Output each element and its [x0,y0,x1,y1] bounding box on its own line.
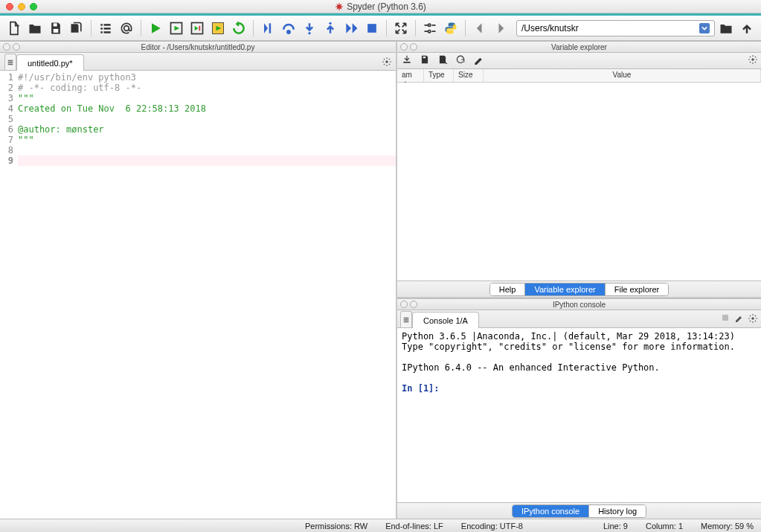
tab-variable-explorer[interactable]: Variable explorer [525,283,605,295]
editor-pane-title: Editor - /Users/knutskr/untitled0.py [141,43,255,51]
pane-close-icon[interactable] [3,43,10,51]
tab-history-log[interactable]: History log [589,505,646,517]
status-encoding: Encoding: UTF-8 [461,522,523,531]
main-toolbar: /Users/knutskr [0,16,761,41]
editor-options-icon[interactable] [381,56,393,68]
var-table-body[interactable] [397,83,761,281]
editor-tab-row: untitled0.py* [0,53,396,71]
python-path-button[interactable] [441,19,460,38]
file-list-icon[interactable] [4,54,16,70]
svg-point-9 [124,25,129,31]
console-tab-row: Console 1/A [397,310,761,328]
step-into-button[interactable] [300,19,319,38]
list-button[interactable] [96,19,115,38]
svg-rect-8 [104,31,111,33]
run-cell-advance-button[interactable] [187,19,207,38]
svg-rect-6 [104,28,111,30]
col-size[interactable]: Size [454,69,484,82]
preferences-button[interactable] [420,19,440,38]
editor-tab-label: untitled0.py* [28,59,73,68]
svg-point-25 [751,317,754,320]
maximize-pane-button[interactable] [391,19,411,38]
console-options-icon[interactable] [748,313,758,326]
svg-point-19 [428,30,431,32]
svg-rect-4 [104,24,111,26]
console-clear-icon[interactable] [734,313,743,326]
step-out-button[interactable] [321,19,340,38]
console-prompt: In [1]: [402,383,440,394]
svg-rect-13 [269,23,272,33]
pane-undock-icon[interactable] [410,43,417,51]
svg-rect-2 [54,28,59,32]
svg-point-23 [751,58,754,61]
svg-rect-5 [100,28,103,30]
import-data-icon[interactable] [402,54,412,67]
path-dropdown-icon[interactable] [699,23,710,33]
code-area[interactable]: #!/usr/bin/env python3 # -*- coding: utf… [16,71,396,519]
status-permissions: Permissions: RW [305,522,367,531]
svg-point-16 [329,22,331,24]
browse-dir-button[interactable] [716,19,736,38]
code-editor[interactable]: 123456789 #!/usr/bin/env python3 # -*- c… [0,71,396,519]
ipython-console-pane: IPython console Console 1/A Python 3.6.5… [397,297,761,519]
editor-pane: Editor - /Users/knutskr/untitled0.py unt… [0,41,397,519]
svg-point-15 [308,32,310,34]
save-data-icon[interactable] [420,54,430,67]
svg-point-18 [428,24,431,26]
status-memory: Memory: 59 % [701,522,754,531]
svg-rect-24 [722,315,728,321]
parent-dir-button[interactable] [737,19,757,38]
console-output[interactable]: Python 3.6.5 |Anaconda, Inc.| (default, … [397,328,761,502]
console-stop-icon[interactable] [721,313,730,326]
status-column: Column: 1 [646,522,683,531]
at-button[interactable] [117,19,136,38]
console-tab[interactable]: Console 1/A [412,312,479,328]
console-tab-label: Console 1/A [423,316,468,325]
editor-tab[interactable]: untitled0.py* [16,54,84,71]
save-all-button[interactable] [67,19,86,38]
var-tab-switcher: Help Variable explorer File explorer [397,281,761,297]
tab-ipython-console[interactable]: IPython console [513,505,589,517]
run-cell-button[interactable] [167,19,186,38]
save-data-as-icon[interactable] [437,54,448,67]
var-options-icon[interactable] [748,54,758,67]
spyder-logo-icon [335,2,344,11]
pane-undock-icon[interactable] [410,301,417,308]
path-text: /Users/knutskr [521,23,579,33]
status-line: Line: 9 [603,522,628,531]
save-button[interactable] [46,19,65,38]
console-tab-switcher: IPython console History log [397,502,761,519]
console-list-icon[interactable] [400,311,412,327]
tab-help[interactable]: Help [490,283,526,295]
svg-rect-22 [423,57,426,58]
svg-point-14 [287,31,289,33]
clear-icon[interactable] [473,54,484,67]
step-over-button[interactable] [279,19,298,38]
svg-rect-7 [100,31,103,33]
pane-close-icon[interactable] [400,301,408,308]
nav-back-button[interactable] [470,19,489,38]
pane-close-icon[interactable] [400,43,408,51]
col-type[interactable]: Type [424,69,454,82]
run-button[interactable] [146,19,165,38]
debug-button[interactable] [258,19,277,38]
stop-debug-button[interactable] [362,19,382,38]
run-selection-button[interactable] [208,19,228,38]
pane-undock-icon[interactable] [13,43,20,51]
svg-rect-1 [54,23,57,26]
svg-point-20 [385,60,388,63]
nav-forward-button[interactable] [491,19,510,38]
open-file-button[interactable] [25,19,45,38]
new-file-button[interactable] [4,19,24,38]
status-eol: End-of-lines: LF [385,522,443,531]
status-bar: Permissions: RW End-of-lines: LF Encodin… [0,519,761,532]
refresh-icon[interactable] [455,54,466,67]
col-name[interactable]: am ▲ [397,69,424,82]
svg-rect-3 [100,24,103,26]
col-value[interactable]: Value [484,69,761,82]
working-directory-input[interactable]: /Users/knutskr [516,20,715,36]
continue-button[interactable] [341,19,361,38]
rerun-button[interactable] [229,19,248,38]
console-pane-header: IPython console [397,298,761,310]
tab-file-explorer[interactable]: File explorer [606,283,669,295]
